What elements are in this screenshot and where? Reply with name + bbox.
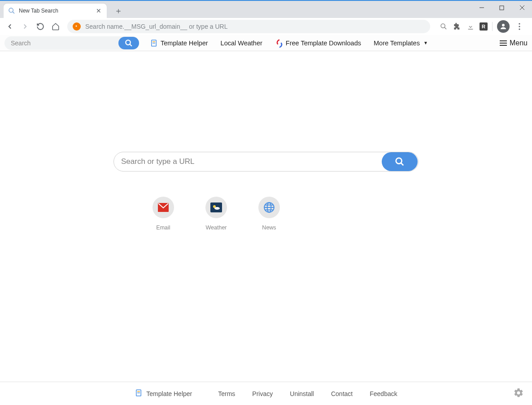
close-icon[interactable]: ✕	[95, 7, 102, 14]
extension-icons: R	[436, 20, 528, 33]
home-button[interactable]	[49, 20, 62, 33]
menu-label: Menu	[510, 39, 528, 47]
minimize-button[interactable]	[471, 1, 492, 14]
main-search-button[interactable]	[382, 152, 418, 171]
svg-line-9	[445, 27, 446, 29]
divider	[492, 22, 493, 31]
main-search	[113, 152, 419, 172]
shortcut-weather[interactable]: Weather	[205, 197, 227, 231]
toolbar-link-label: Template Helper	[161, 40, 208, 47]
zoom-icon[interactable]	[439, 22, 448, 31]
footer-link-privacy[interactable]: Privacy	[252, 390, 273, 397]
reload-button[interactable]	[34, 20, 47, 33]
svg-point-13	[519, 28, 520, 30]
svg-point-8	[441, 24, 445, 28]
browser-tab[interactable]: New Tab Search ✕	[4, 4, 107, 18]
back-button[interactable]	[4, 20, 16, 33]
toolbar-link-label: Free Template Downloads	[286, 40, 361, 47]
shortcuts-row: Email Weather News	[153, 197, 532, 231]
shortcut-label: Email	[156, 225, 170, 231]
window-controls	[471, 1, 532, 14]
toolbar-menu-button[interactable]: Menu	[500, 39, 528, 47]
tab-title: New Tab Search	[19, 8, 95, 14]
toolbar-search	[4, 36, 139, 50]
shortcut-email[interactable]: Email	[153, 197, 174, 231]
maximize-button[interactable]	[492, 1, 512, 14]
local-weather-link[interactable]: Local Weather	[221, 40, 262, 47]
globe-icon	[258, 197, 280, 218]
svg-rect-3	[500, 6, 504, 10]
profile-button[interactable]	[497, 20, 510, 33]
swirl-icon	[275, 39, 283, 47]
svg-point-14	[126, 40, 131, 45]
svg-line-20	[401, 163, 404, 166]
forward-button[interactable]	[19, 20, 31, 33]
weather-icon	[205, 197, 227, 218]
shortcut-news[interactable]: News	[258, 197, 280, 231]
footer: Template Helper Terms Privacy Uninstall …	[0, 382, 532, 405]
toolbar-links: Template Helper Local Weather Free Templ…	[150, 39, 428, 47]
svg-point-7	[76, 26, 77, 27]
footer-brand-label: Template Helper	[146, 390, 192, 397]
new-tab-button[interactable]: ＋	[112, 4, 125, 17]
site-icon	[73, 22, 81, 31]
footer-link-uninstall[interactable]: Uninstall	[290, 390, 314, 397]
template-helper-link[interactable]: Template Helper	[150, 39, 208, 47]
main-content: Email Weather News	[0, 51, 532, 382]
svg-line-1	[13, 12, 14, 13]
svg-point-0	[9, 8, 13, 12]
svg-point-12	[519, 26, 520, 27]
omnibox-text: Search name.__MSG_url_domain__ or type a…	[85, 23, 228, 30]
document-icon	[150, 39, 158, 47]
svg-point-10	[502, 24, 505, 26]
footer-link-terms[interactable]: Terms	[218, 390, 235, 397]
settings-button[interactable]	[513, 387, 524, 400]
toolbar-link-label: Local Weather	[221, 40, 262, 47]
footer-link-feedback[interactable]: Feedback	[370, 390, 397, 397]
chevron-down-icon: ▼	[423, 40, 428, 45]
nav-bar: Search name.__MSG_url_domain__ or type a…	[0, 18, 532, 35]
extension-toolbar: Template Helper Local Weather Free Templ…	[0, 35, 532, 51]
shortcut-label: News	[262, 225, 276, 231]
svg-point-19	[396, 158, 402, 164]
footer-link-contact[interactable]: Contact	[331, 390, 353, 397]
email-icon	[153, 197, 174, 218]
svg-point-11	[519, 23, 520, 24]
toolbar-search-button[interactable]	[118, 37, 139, 49]
hamburger-icon	[500, 40, 507, 46]
puzzle-icon[interactable]	[453, 22, 462, 31]
free-downloads-link[interactable]: Free Template Downloads	[275, 39, 361, 47]
svg-line-15	[130, 44, 132, 46]
browser-menu-button[interactable]	[514, 22, 525, 31]
toolbar-link-label: More Templates	[374, 40, 420, 47]
shortcut-label: Weather	[205, 225, 227, 231]
close-window-button[interactable]	[512, 1, 532, 14]
svg-point-24	[214, 207, 220, 210]
main-search-input[interactable]	[121, 157, 382, 166]
search-icon	[8, 7, 15, 14]
more-templates-dropdown[interactable]: More Templates ▼	[374, 40, 428, 47]
tab-bar: New Tab Search ✕ ＋	[0, 0, 532, 18]
download-icon[interactable]	[466, 22, 475, 31]
footer-brand[interactable]: Template Helper	[135, 389, 192, 398]
document-icon	[135, 389, 143, 398]
address-bar[interactable]: Search name.__MSG_url_domain__ or type a…	[67, 20, 430, 33]
toolbar-search-input[interactable]	[11, 40, 118, 47]
extension-r-icon[interactable]: R	[480, 22, 488, 31]
